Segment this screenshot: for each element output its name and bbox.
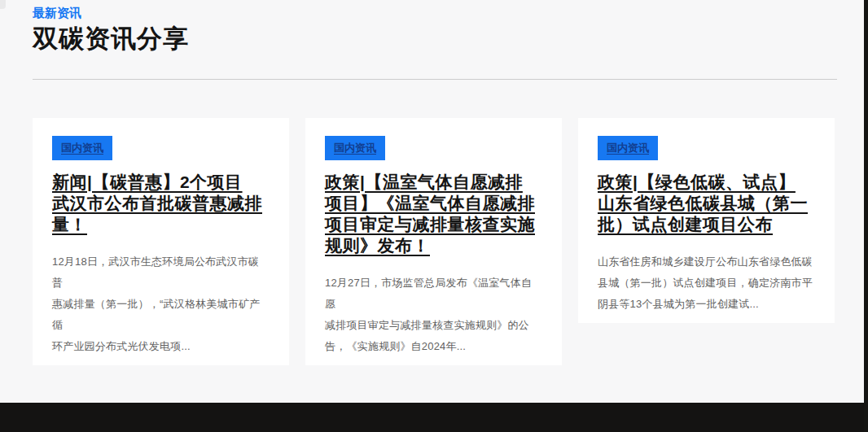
news-card-row: 国内资讯 新闻|【碳普惠】2个项目 武汉市公布首批碳普惠减排 量！ 12月18日… [33,118,839,365]
article-excerpt: 12月18日，武汉市生态环境局公布武汉市碳普 惠减排量（第一批），“武汉格林美城… [52,251,270,357]
window-right-edge [864,0,868,432]
category-tag-link[interactable]: 国内资讯 [52,136,112,160]
news-card: 国内资讯 政策|【绿色低碳、试点】 山东省绿色低碳县城（第一 批）试点创建项目公… [578,118,835,323]
article-excerpt: 12月27日，市场监管总局发布《温室气体自愿 减排项目审定与减排量核查实施规则》… [325,273,542,357]
article-title-link[interactable]: 新闻|【碳普惠】2个项目 武汉市公布首批碳普惠减排 量！ [52,172,270,235]
news-section: 最新资讯 双碳资讯分享 国内资讯 新闻|【碳普惠】2个项目 武汉市公布首批碳普惠… [33,0,839,365]
header-divider [33,79,837,80]
category-tag-link[interactable]: 国内资讯 [598,136,658,160]
news-card: 国内资讯 新闻|【碳普惠】2个项目 武汉市公布首批碳普惠减排 量！ 12月18日… [33,118,289,365]
section-eyebrow: 最新资讯 [33,6,839,20]
article-title-link[interactable]: 政策|【绿色低碳、试点】 山东省绿色低碳县城（第一 批）试点创建项目公布 [598,172,815,235]
article-excerpt: 山东省住房和城乡建设厅公布山东省绿色低碳 县城（第一批）试点创建项目，确定济南市… [598,251,815,315]
browser-corner-artifact [0,0,6,9]
footer-bar [0,403,868,432]
category-tag-link[interactable]: 国内资讯 [325,136,385,160]
news-card: 国内资讯 政策|【温室气体自愿减排 项目】《温室气体自愿减排 项目审定与减排量核… [305,118,562,365]
article-title-link[interactable]: 政策|【温室气体自愿减排 项目】《温室气体自愿减排 项目审定与减排量核查实施 规… [325,172,542,256]
section-header: 最新资讯 双碳资讯分享 [33,6,839,55]
page-title: 双碳资讯分享 [33,23,839,55]
